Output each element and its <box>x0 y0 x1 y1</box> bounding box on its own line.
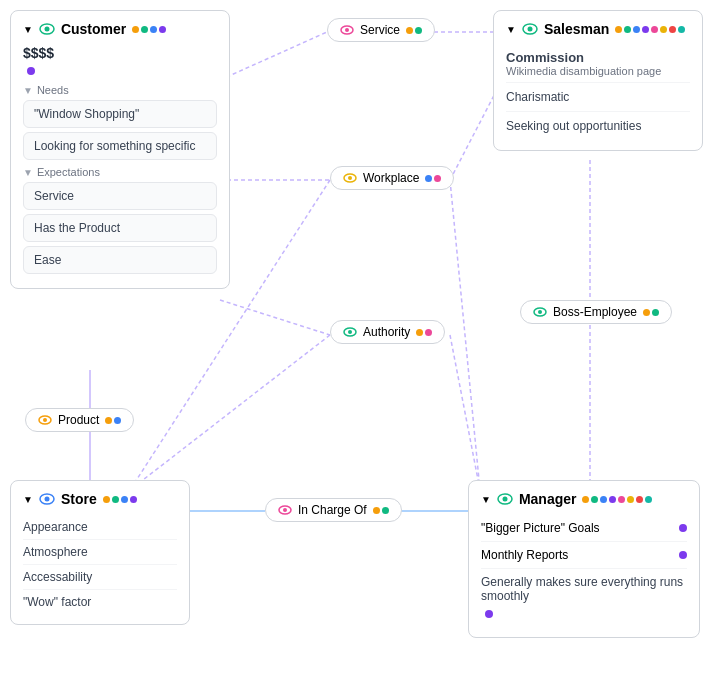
product-label: Product <box>58 413 99 427</box>
in-charge-of-label: In Charge Of <box>298 503 367 517</box>
svg-point-21 <box>527 27 532 32</box>
product-dots <box>105 417 121 424</box>
svg-point-17 <box>44 27 49 32</box>
authority-dots <box>416 329 432 336</box>
svg-line-0 <box>220 32 327 80</box>
chevron-customer: ▼ <box>23 24 33 35</box>
salesman-title: Salesman <box>544 21 609 37</box>
eye-icon-customer <box>39 21 55 37</box>
workplace-node[interactable]: Workplace <box>330 166 454 190</box>
boss-dots <box>643 309 659 316</box>
svg-line-7 <box>450 335 480 490</box>
eye-icon-salesman <box>522 21 538 37</box>
need-window-shopping: "Window Shopping" <box>23 100 217 128</box>
eye-icon-product <box>38 415 52 425</box>
customer-title: Customer <box>61 21 126 37</box>
svg-point-31 <box>44 497 49 502</box>
salesman-header: ▼ Salesman <box>506 21 690 37</box>
svg-line-13 <box>450 180 480 490</box>
salesman-charismatic: Charismatic <box>506 83 690 112</box>
eye-icon-authority <box>343 327 357 337</box>
store-title: Store <box>61 491 97 507</box>
service-node[interactable]: Service <box>327 18 435 42</box>
eye-icon-service <box>340 25 354 35</box>
svg-point-27 <box>348 330 352 334</box>
customer-header: ▼ Customer <box>23 21 217 37</box>
salesman-card: ▼ Salesman Commission Wikimedia disambig… <box>493 10 703 151</box>
svg-point-23 <box>348 176 352 180</box>
store-atmosphere: Atmosphere <box>23 540 177 565</box>
service-dots <box>406 27 422 34</box>
workplace-dots <box>425 175 441 182</box>
eye-icon-manager <box>497 491 513 507</box>
salesman-seeking: Seeking out opportunities <box>506 112 690 140</box>
manager-ensures: Generally makes sure everything runs smo… <box>481 569 687 627</box>
authority-node[interactable]: Authority <box>330 320 445 344</box>
authority-label: Authority <box>363 325 410 339</box>
manager-card: ▼ Manager "Bigger Picture" Goals Mont <box>468 480 700 638</box>
eye-icon-store <box>39 491 55 507</box>
customer-card: ▼ Customer $$$$ ▼ Needs "Window Shopping… <box>10 10 230 289</box>
chevron-salesman: ▼ <box>506 24 516 35</box>
customer-price: $$$$ <box>23 45 217 61</box>
needs-section: ▼ Needs <box>23 84 217 96</box>
price-dot <box>27 67 35 75</box>
svg-line-6 <box>130 335 330 490</box>
product-node[interactable]: Product <box>25 408 134 432</box>
svg-point-35 <box>502 497 507 502</box>
svg-line-2 <box>220 300 330 335</box>
svg-point-29 <box>43 418 47 422</box>
store-header: ▼ Store <box>23 491 177 507</box>
manager-bigger-picture: "Bigger Picture" Goals <box>481 515 687 542</box>
boss-employee-node[interactable]: Boss-Employee <box>520 300 672 324</box>
store-card: ▼ Store Appearance Atmosphere Accessabil… <box>10 480 190 625</box>
store-dots <box>103 496 137 503</box>
eye-icon-in-charge <box>278 505 292 515</box>
expectations-section: ▼ Expectations <box>23 166 217 178</box>
store-accessability: Accessability <box>23 565 177 590</box>
canvas: ▼ Customer $$$$ ▼ Needs "Window Shopping… <box>0 0 712 687</box>
store-appearance: Appearance <box>23 515 177 540</box>
svg-point-19 <box>345 28 349 32</box>
exp-service: Service <box>23 182 217 210</box>
eye-icon-boss <box>533 307 547 317</box>
eye-icon-workplace <box>343 173 357 183</box>
exp-ease: Ease <box>23 246 217 274</box>
svg-point-25 <box>538 310 542 314</box>
in-charge-of-node[interactable]: In Charge Of <box>265 498 402 522</box>
service-label: Service <box>360 23 400 37</box>
manager-title: Manager <box>519 491 577 507</box>
salesman-dots <box>615 26 685 33</box>
need-looking-specific: Looking for something specific <box>23 132 217 160</box>
exp-has-product: Has the Product <box>23 214 217 242</box>
workplace-label: Workplace <box>363 171 419 185</box>
chevron-store: ▼ <box>23 494 33 505</box>
store-wow: "Wow" factor <box>23 590 177 614</box>
customer-dots <box>132 26 166 33</box>
manager-header: ▼ Manager <box>481 491 687 507</box>
svg-point-33 <box>283 508 287 512</box>
in-charge-dots <box>373 507 389 514</box>
manager-monthly-reports: Monthly Reports <box>481 542 687 569</box>
boss-employee-label: Boss-Employee <box>553 305 637 319</box>
salesman-commission: Commission Wikimedia disambiguation page <box>506 45 690 83</box>
manager-dots <box>582 496 652 503</box>
chevron-manager: ▼ <box>481 494 491 505</box>
